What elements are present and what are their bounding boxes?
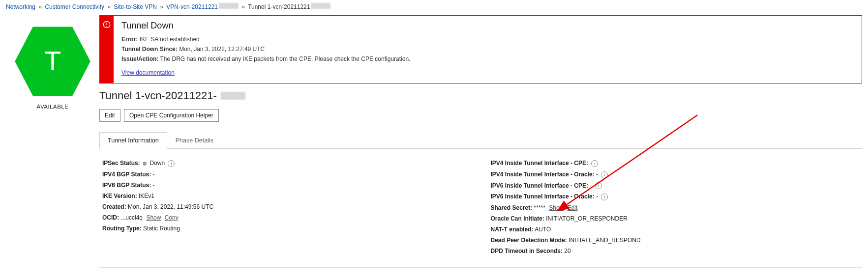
dpd-mode-row: Dead Peer Detection Mode: INITIATE_AND_R…: [491, 237, 860, 244]
info-icon[interactable]: i: [168, 160, 175, 167]
oracle-can-initiate-row: Oracle Can Initiate: INITIATOR_OR_RESPON…: [491, 215, 860, 222]
breadcrumb-link-customer-connectivity[interactable]: Customer Connectivity: [45, 3, 104, 10]
alert-error-line: Error: IKE SA not established: [121, 36, 854, 43]
open-cpe-configuration-helper-button[interactable]: Open CPE Configuration Helper: [124, 109, 219, 122]
redacted-text: [219, 3, 239, 9]
alert-since-line: Tunnel Down Since: Mon, Jan 3, 2022, 12:…: [121, 46, 854, 53]
ocid-show-link[interactable]: Show: [146, 214, 161, 221]
resource-status-label: AVAILABLE: [6, 104, 99, 110]
ike-version-row: IKE Version: IKEv1: [102, 193, 471, 199]
shared-secret-edit-link[interactable]: Edit: [568, 204, 578, 211]
page-title: Tunnel 1-vcn-20211221-: [99, 89, 862, 102]
ipv4-oracle-interface-row: IPV4 Inside Tunnel Interface - Oracle: -…: [491, 171, 860, 178]
ocid-row: OCID: ...uccl4q Show Copy: [102, 214, 471, 221]
ipv6-bgp-status-row: IPV6 BGP Status: -: [102, 182, 471, 189]
error-icon: [103, 21, 111, 28]
svg-point-3: [106, 26, 107, 27]
info-icon[interactable]: i: [595, 182, 602, 189]
edit-button[interactable]: Edit: [99, 109, 120, 122]
tunnel-details: IPSec Status: Down i IPV4 BGP Status: - …: [99, 156, 862, 258]
redacted-text: [221, 92, 245, 100]
breadcrumb-separator: »: [160, 3, 163, 10]
ipv4-cpe-interface-row: IPV4 Inside Tunnel Interface - CPE: i: [491, 160, 860, 167]
ipsec-status-row: IPSec Status: Down i: [102, 160, 471, 167]
breadcrumb-current: Tunnel 1-vcn-20211221: [248, 3, 330, 10]
ipv4-bgp-status-row: IPV4 BGP Status: -: [102, 171, 471, 178]
breadcrumb: Networking » Customer Connectivity » Sit…: [6, 3, 862, 10]
details-left-column: IPSec Status: Down i IPV4 BGP Status: - …: [102, 156, 471, 258]
action-button-row: Edit Open CPE Configuration Helper: [99, 109, 862, 122]
resource-icon-column: T AVAILABLE: [6, 15, 99, 268]
nat-t-enabled-row: NAT-T enabled: AUTO: [491, 226, 860, 233]
details-right-column: IPV4 Inside Tunnel Interface - CPE: i IP…: [491, 156, 860, 258]
tunnel-down-alert: Tunnel Down Error: IKE SA not establishe…: [99, 15, 862, 84]
shared-secret-show-link[interactable]: Show: [549, 204, 564, 211]
breadcrumb-link-networking[interactable]: Networking: [6, 3, 35, 10]
ocid-copy-link[interactable]: Copy: [165, 214, 179, 221]
routing-type-row: Routing Type: Static Routing: [102, 225, 471, 232]
redacted-text: [311, 3, 330, 9]
view-documentation-link[interactable]: View documentation: [121, 69, 175, 76]
breadcrumb-link-site-to-site-vpn[interactable]: Site-to-Site VPN: [114, 3, 157, 10]
tab-phase-details[interactable]: Phase Details: [167, 132, 222, 149]
dpd-timeout-row: DPD Timeout in Seconds: 20: [491, 248, 860, 254]
breadcrumb-link-vpn[interactable]: VPN-vcn-20211221: [166, 3, 239, 10]
status-dot-icon: [143, 162, 147, 166]
breadcrumb-separator: »: [241, 3, 245, 10]
tabs: Tunnel Information Phase Details: [99, 132, 862, 149]
shared-secret-row: Shared Secret: ***** Show Edit: [491, 204, 860, 211]
alert-icon-bar: [100, 16, 114, 83]
section-divider: [99, 267, 862, 268]
ipv6-cpe-interface-row: IPV6 Inside Tunnel Interface - CPE: - i: [491, 182, 860, 190]
breadcrumb-separator: »: [107, 3, 111, 10]
tab-tunnel-information[interactable]: Tunnel Information: [99, 132, 167, 149]
alert-title: Tunnel Down: [121, 21, 854, 31]
info-icon[interactable]: i: [591, 160, 598, 167]
info-icon[interactable]: i: [601, 171, 608, 178]
resource-hexagon-icon: T: [13, 22, 92, 101]
alert-issue-line: Issue/Action: The DRG has not received a…: [121, 56, 854, 62]
info-icon[interactable]: i: [601, 194, 608, 200]
breadcrumb-separator: »: [38, 3, 42, 10]
ipv6-oracle-interface-row: IPV6 Inside Tunnel Interface - Oracle: -…: [491, 193, 860, 200]
resource-icon-letter: T: [44, 45, 61, 77]
created-row: Created: Mon, Jan 3, 2022, 11:49:56 UTC: [102, 203, 471, 210]
